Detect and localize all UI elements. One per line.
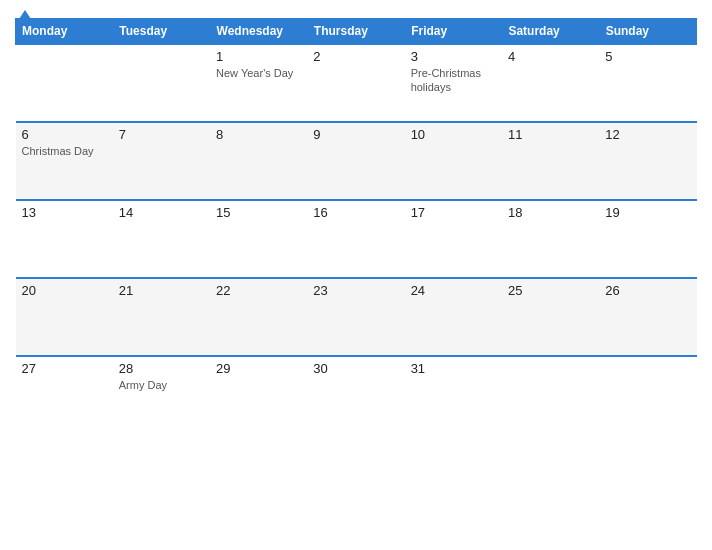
date-number: 28 [119,361,204,376]
date-number: 30 [313,361,398,376]
calendar-cell: 24 [405,278,502,356]
calendar-cell: 4 [502,44,599,122]
week-row-4: 20212223242526 [16,278,697,356]
calendar-wrapper: MondayTuesdayWednesdayThursdayFridaySatu… [0,0,712,550]
calendar-cell [502,356,599,434]
date-number: 20 [22,283,107,298]
calendar-cell: 3Pre-Christmas holidays [405,44,502,122]
calendar-cell [16,44,113,122]
date-number: 26 [605,283,690,298]
calendar-cell: 21 [113,278,210,356]
holiday-name: Christmas Day [22,144,107,158]
date-number: 9 [313,127,398,142]
day-header-sunday: Sunday [599,19,696,45]
calendar-cell: 20 [16,278,113,356]
week-row-3: 13141516171819 [16,200,697,278]
holiday-name: Army Day [119,378,204,392]
date-number: 25 [508,283,593,298]
day-header-saturday: Saturday [502,19,599,45]
calendar-cell: 27 [16,356,113,434]
date-number: 11 [508,127,593,142]
logo-row [15,10,33,22]
calendar-cell: 7 [113,122,210,200]
calendar-cell: 9 [307,122,404,200]
calendar-cell: 29 [210,356,307,434]
calendar-cell: 19 [599,200,696,278]
calendar-cell: 16 [307,200,404,278]
date-number: 18 [508,205,593,220]
date-number: 4 [508,49,593,64]
calendar-cell: 25 [502,278,599,356]
calendar-cell: 2 [307,44,404,122]
day-header-monday: Monday [16,19,113,45]
calendar-cell: 11 [502,122,599,200]
calendar-cell: 22 [210,278,307,356]
calendar-cell: 18 [502,200,599,278]
calendar-cell [113,44,210,122]
calendar-cell: 14 [113,200,210,278]
date-number: 31 [411,361,496,376]
calendar-cell: 30 [307,356,404,434]
date-number: 1 [216,49,301,64]
calendar-cell: 23 [307,278,404,356]
day-header-tuesday: Tuesday [113,19,210,45]
date-number: 29 [216,361,301,376]
day-header-friday: Friday [405,19,502,45]
logo [15,10,33,22]
date-number: 15 [216,205,301,220]
date-number: 17 [411,205,496,220]
week-row-2: 6Christmas Day789101112 [16,122,697,200]
calendar-cell: 6Christmas Day [16,122,113,200]
calendar-cell: 8 [210,122,307,200]
date-number: 19 [605,205,690,220]
calendar-cell: 5 [599,44,696,122]
calendar-cell: 10 [405,122,502,200]
calendar-header-row: MondayTuesdayWednesdayThursdayFridaySatu… [16,19,697,45]
calendar-cell: 31 [405,356,502,434]
date-number: 3 [411,49,496,64]
calendar-cell: 17 [405,200,502,278]
calendar-table: MondayTuesdayWednesdayThursdayFridaySatu… [15,18,697,434]
date-number: 16 [313,205,398,220]
date-number: 7 [119,127,204,142]
calendar-cell: 13 [16,200,113,278]
date-number: 14 [119,205,204,220]
calendar-cell: 15 [210,200,307,278]
holiday-name: Pre-Christmas holidays [411,66,496,95]
calendar-cell: 28Army Day [113,356,210,434]
holiday-name: New Year's Day [216,66,301,80]
date-number: 22 [216,283,301,298]
calendar-cell: 1New Year's Day [210,44,307,122]
date-number: 27 [22,361,107,376]
date-number: 21 [119,283,204,298]
logo-triangle-icon [17,10,33,22]
calendar-cell [599,356,696,434]
date-number: 8 [216,127,301,142]
date-number: 2 [313,49,398,64]
day-header-thursday: Thursday [307,19,404,45]
date-number: 6 [22,127,107,142]
date-number: 12 [605,127,690,142]
day-header-wednesday: Wednesday [210,19,307,45]
date-number: 10 [411,127,496,142]
date-number: 24 [411,283,496,298]
calendar-cell: 12 [599,122,696,200]
date-number: 23 [313,283,398,298]
week-row-5: 2728Army Day293031 [16,356,697,434]
calendar-cell: 26 [599,278,696,356]
date-number: 5 [605,49,690,64]
date-number: 13 [22,205,107,220]
week-row-1: 1New Year's Day23Pre-Christmas holidays4… [16,44,697,122]
